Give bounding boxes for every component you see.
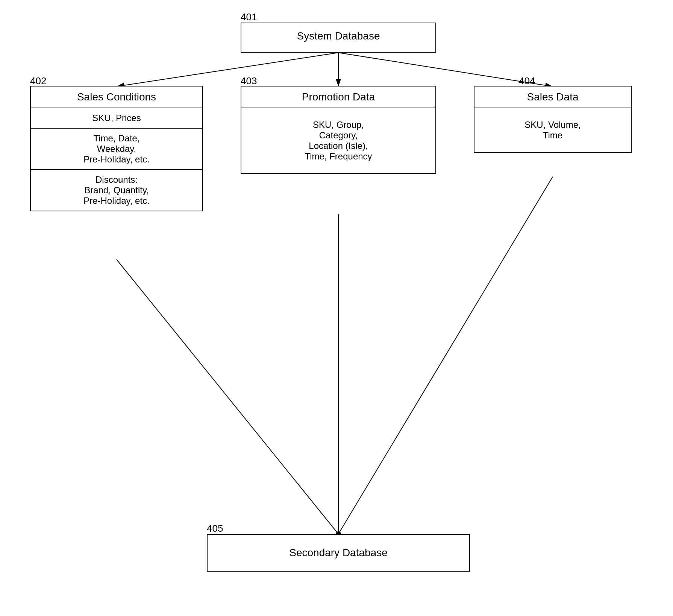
sales-conditions-row-3: Discounts:Brand, Quantity,Pre-Holiday, e…: [31, 170, 202, 211]
sales-conditions-row-2: Time, Date,Weekday,Pre-Holiday, etc.: [31, 129, 202, 170]
label-403: 403: [241, 75, 257, 87]
sales-conditions-row-1: SKU, Prices: [31, 108, 202, 129]
system-database-node: System Database: [241, 23, 436, 53]
label-402: 402: [30, 75, 46, 87]
promotion-data-node: Promotion Data SKU, Group,Category,Locat…: [241, 86, 436, 174]
promotion-data-title: Promotion Data: [241, 86, 435, 108]
sales-data-title: Sales Data: [474, 86, 631, 108]
secondary-database-label: Secondary Database: [289, 547, 388, 559]
diagram: 401 System Database 402 Sales Conditions…: [0, 0, 673, 616]
label-401: 401: [241, 11, 257, 23]
system-database-label: System Database: [297, 30, 380, 42]
svg-line-5: [117, 259, 338, 534]
svg-line-2: [117, 53, 338, 86]
label-404: 404: [519, 75, 535, 87]
label-405: 405: [207, 523, 223, 534]
secondary-database-node: Secondary Database: [207, 534, 470, 572]
promotion-data-row-1: SKU, Group,Category,Location (Isle),Time…: [241, 108, 435, 173]
sales-conditions-node: Sales Conditions SKU, Prices Time, Date,…: [30, 86, 203, 211]
svg-line-7: [338, 177, 553, 534]
sales-data-node: Sales Data SKU, Volume,Time: [474, 86, 632, 153]
sales-conditions-title: Sales Conditions: [31, 86, 202, 108]
sales-data-row-1: SKU, Volume,Time: [474, 108, 631, 152]
